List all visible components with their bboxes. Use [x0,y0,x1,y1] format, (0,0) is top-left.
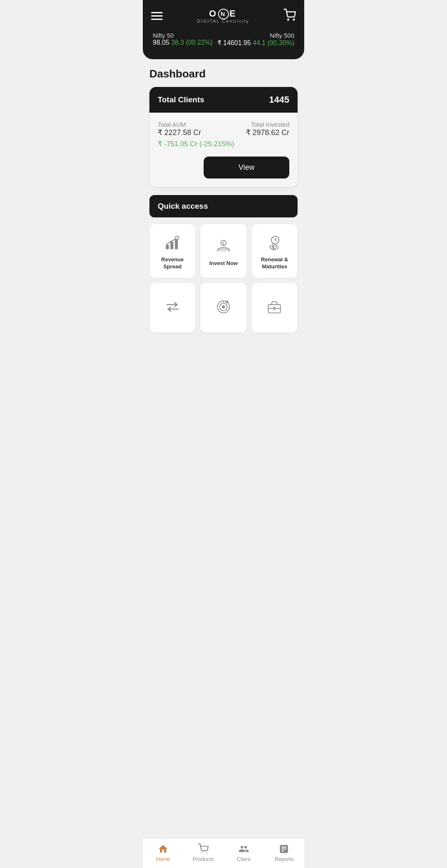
goal-icon [214,298,233,316]
quick-item-briefcase[interactable] [252,283,298,333]
nifty50-ticker: Nifty 50 98.05 38.3 (00.22%) [153,32,213,47]
aum-label: Total AUM [158,121,201,128]
revenue-spread-icon: $ [163,234,182,252]
renewal-icon [265,234,284,252]
invest-now-label: Invest Now [209,260,238,267]
invested-section: Total Invested ₹ 2978.62 Cr [246,121,289,137]
svg-text:$: $ [222,241,224,245]
invest-now-icon: $ [214,238,233,256]
quick-item-goal[interactable] [200,283,246,333]
nifty50-value: 98.05 38.3 (00.22%) [153,39,213,46]
logo-text: ONE [197,8,249,19]
quick-access-grid: $ RevenueSpread $ Invest Now [149,224,298,333]
view-button[interactable]: View [204,157,289,178]
aum-change: ₹ -751.05 Cr (-25.215%) [158,140,289,148]
svg-rect-2 [166,245,168,249]
quick-access-header: Quick access [149,195,298,217]
header-top: ONE DIGITAL Centricity [151,8,296,24]
logo: ONE DIGITAL Centricity [197,8,249,24]
nifty50-label: Nifty 50 [153,32,213,39]
svg-rect-4 [175,239,178,249]
total-clients-card: Total Clients 1445 Total AUM ₹ 2227.58 C… [149,87,298,187]
svg-point-0 [288,19,289,20]
svg-point-1 [293,19,295,20]
quick-item-invest-now[interactable]: $ Invest Now [200,224,246,278]
cart-icon[interactable] [284,9,296,24]
revenue-spread-label: RevenueSpread [161,256,184,270]
main-content: Dashboard Total Clients 1445 Total AUM ₹… [143,59,304,366]
header: ONE DIGITAL Centricity Nifty 50 98.05 38… [143,0,304,59]
aum-value: ₹ 2227.58 Cr [158,128,201,137]
briefcase-icon [265,298,284,316]
switch-icon [163,298,182,316]
nifty500-value: ₹ 14601.95 44.1 (00.30%) [217,39,294,47]
quick-item-renewal[interactable]: Renewal &Maturities [252,224,298,278]
card-body: Total AUM ₹ 2227.58 Cr Total Invested ₹ … [149,113,298,187]
aum-row: Total AUM ₹ 2227.58 Cr Total Invested ₹ … [158,121,289,137]
dashboard-title: Dashboard [149,68,298,80]
svg-rect-19 [269,304,281,313]
svg-point-17 [222,305,225,308]
aum-section: Total AUM ₹ 2227.58 Cr [158,121,201,137]
svg-rect-3 [170,242,173,249]
renewal-label: Renewal &Maturities [261,256,288,270]
clients-value: 1445 [269,94,289,105]
invested-value: ₹ 2978.62 Cr [246,128,289,137]
market-ticker: Nifty 50 98.05 38.3 (00.22%) Nifty 500 ₹… [151,32,296,47]
clients-label: Total Clients [158,95,204,104]
card-header: Total Clients 1445 [149,87,298,113]
quick-item-revenue-spread[interactable]: $ RevenueSpread [149,224,195,278]
nifty500-label: Nifty 500 [217,32,294,39]
hamburger-icon[interactable] [151,12,163,20]
quick-item-switch[interactable] [149,283,195,333]
nifty500-ticker: Nifty 500 ₹ 14601.95 44.1 (00.30%) [217,32,294,47]
svg-text:$: $ [176,237,178,239]
invested-label: Total Invested [246,121,289,128]
